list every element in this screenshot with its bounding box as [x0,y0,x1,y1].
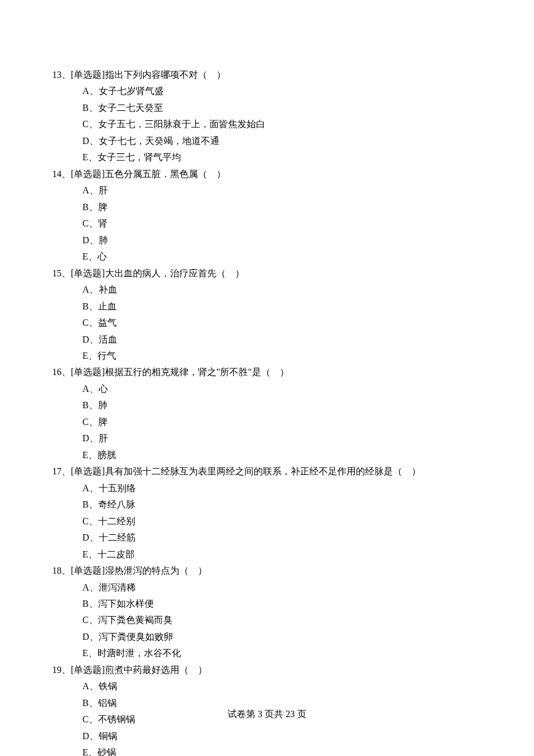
question-text: 具有加强十二经脉互为表里两经之间的联系，补正经不足作用的经脉是（ ） [105,466,421,476]
question-text: 五色分属五脏．黑色属（ ） [105,169,226,179]
question-stem: 15、[单选题]大出血的病人，治疗应首先（ ） [52,265,482,282]
option-b: B、止血 [82,298,482,315]
question-text: 大出血的病人，治疗应首先（ ） [105,268,244,278]
question-16: 16、[单选题]根据五行的相克规律，肾之"所不胜"是（ ） A、心 B、肺 C、… [52,364,482,463]
question-text: 指出下列内容哪项不对（ ） [105,70,226,80]
question-text: 湿热泄泻的特点为（ ） [105,566,207,575]
question-type: [单选题] [71,566,105,575]
question-18: 18、[单选题]湿热泄泻的特点为（ ） A、泄泻清稀 B、泻下如水样便 C、泻下… [52,563,482,662]
options-list: A、泄泻清稀 B、泻下如水样便 C、泻下粪色黄褐而臭 D、泻下粪便臭如败卵 E、… [52,579,482,662]
option-a: A、补血 [82,282,482,298]
option-d: D、肺 [82,232,482,249]
question-stem: 18、[单选题]湿热泄泻的特点为（ ） [52,563,482,579]
question-number: 13、 [52,70,71,80]
question-text: 煎煮中药最好选用（ ） [105,665,207,675]
exam-content: 13、[单选题]指出下列内容哪项不对（ ） A、女子七岁肾气盛 B、女子二七天癸… [52,67,482,756]
question-type: [单选题] [71,268,105,278]
option-d: D、肝 [82,430,482,447]
option-e: E、膀胱 [82,447,482,463]
options-list: A、肝 B、脾 C、肾 D、肺 E、心 [52,182,482,265]
question-stem: 17、[单选题]具有加强十二经脉互为表里两经之间的联系，补正经不足作用的经脉是（… [52,463,482,480]
options-list: A、心 B、肺 C、脾 D、肝 E、膀胱 [52,381,482,463]
option-c: C、女子五七，三阳脉衰于上，面皆焦发始白 [82,116,482,132]
option-c: C、泻下粪色黄褐而臭 [82,612,482,628]
option-d: D、铜锅 [82,728,482,744]
option-a: A、泄泻清稀 [82,579,482,596]
options-list: A、女子七岁肾气盛 B、女子二七天癸至 C、女子五七，三阳脉衰于上，面皆焦发始白… [52,83,482,165]
question-stem: 14、[单选题]五色分属五脏．黑色属（ ） [52,166,482,182]
option-a: A、肝 [82,182,482,199]
question-stem: 19、[单选题]煎煮中药最好选用（ ） [52,662,482,678]
page-footer: 试卷第 3 页共 23 页 [0,706,534,722]
option-c: C、肾 [82,215,482,232]
question-stem: 13、[单选题]指出下列内容哪项不对（ ） [52,67,482,83]
question-number: 18、 [52,566,71,575]
option-d: D、泻下粪便臭如败卵 [82,629,482,645]
option-a: A、十五别络 [82,480,482,496]
option-b: B、肺 [82,397,482,413]
option-a: A、铁锅 [82,678,482,694]
option-b: B、奇经八脉 [82,496,482,513]
options-list: A、十五别络 B、奇经八脉 C、十二经别 D、十二经筋 E、十二皮部 [52,480,482,563]
question-type: [单选题] [71,665,105,675]
question-number: 15、 [52,268,71,278]
question-number: 16、 [52,367,71,377]
option-c: C、十二经别 [82,513,482,530]
option-b: B、脾 [82,199,482,215]
question-stem: 16、[单选题]根据五行的相克规律，肾之"所不胜"是（ ） [52,364,482,380]
question-number: 14、 [52,169,71,179]
option-e: E、十二皮部 [82,546,482,563]
question-14: 14、[单选题]五色分属五脏．黑色属（ ） A、肝 B、脾 C、肾 D、肺 E、… [52,166,482,265]
options-list: A、补血 B、止血 C、益气 D、活血 E、行气 [52,282,482,364]
option-a: A、女子七岁肾气盛 [82,83,482,99]
option-e: E、砂锅 [82,744,482,756]
option-c: C、益气 [82,315,482,331]
question-number: 17、 [52,466,71,476]
option-c: C、脾 [82,414,482,430]
option-e: E、心 [82,249,482,265]
question-17: 17、[单选题]具有加强十二经脉互为表里两经之间的联系，补正经不足作用的经脉是（… [52,463,482,563]
option-b: B、女子二七天癸至 [82,100,482,116]
question-15: 15、[单选题]大出血的病人，治疗应首先（ ） A、补血 B、止血 C、益气 D… [52,265,482,365]
question-number: 19、 [52,665,71,675]
option-d: D、活血 [82,332,482,348]
question-type: [单选题] [71,466,105,476]
option-e: E、女子三七，肾气平均 [82,149,482,165]
option-e: E、时溏时泄，水谷不化 [82,645,482,661]
question-13: 13、[单选题]指出下列内容哪项不对（ ） A、女子七岁肾气盛 B、女子二七天癸… [52,67,482,166]
option-e: E、行气 [82,348,482,364]
option-b: B、泻下如水样便 [82,596,482,612]
question-type: [单选题] [71,169,105,179]
question-type: [单选题] [71,70,105,80]
option-a: A、心 [82,381,482,397]
question-text: 根据五行的相克规律，肾之"所不胜"是（ ） [105,367,289,377]
question-type: [单选题] [71,367,105,377]
option-d: D、十二经筋 [82,530,482,546]
option-d: D、女子七七，天癸竭，地道不通 [82,133,482,149]
